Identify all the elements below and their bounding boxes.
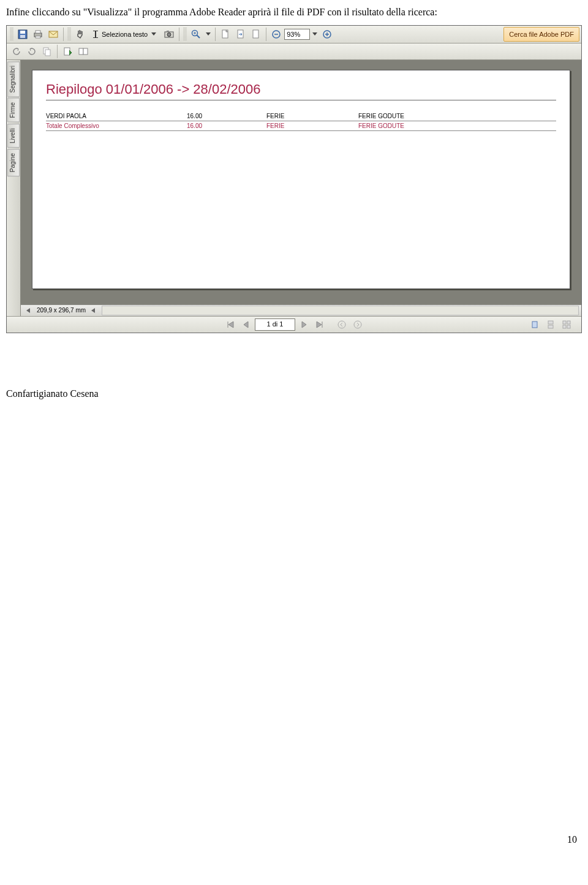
svg-rect-35 [563, 321, 566, 324]
email-icon[interactable] [46, 27, 61, 42]
cell-type: FERIE [266, 113, 358, 119]
search-button[interactable]: Cerca file Adobe PDF [503, 27, 579, 42]
svg-rect-33 [548, 321, 553, 324]
svg-rect-9 [93, 37, 98, 38]
document-area: Riepilogo 01/01/2006 -> 28/02/2006 VERDI… [21, 60, 581, 316]
side-tab-bookmarks[interactable]: Segnalibri [7, 61, 20, 97]
pdf-page: Riepilogo 01/01/2006 -> 28/02/2006 VERDI… [32, 70, 570, 289]
search-label: Cerca file Adobe PDF [509, 31, 574, 38]
cell-value: 16.00 [187, 122, 266, 129]
cell-value: 16.00 [187, 113, 266, 119]
svg-rect-38 [567, 325, 570, 328]
side-tabs: Segnalibri Firme Livelli Pagine [7, 60, 21, 316]
pages-icon[interactable] [76, 44, 91, 59]
page-next-icon[interactable] [61, 44, 75, 59]
toolbar-separator [179, 28, 179, 41]
cell-desc: FERIE GODUTE [358, 122, 556, 129]
doc-icon[interactable] [249, 27, 263, 42]
zoom-out-button[interactable] [269, 27, 284, 42]
table-row: VERDI PAOLA 16.00 FERIE FERIE GODUTE [46, 111, 556, 121]
intro-text: Infine cliccando su "Visualizza" il prog… [6, 6, 582, 19]
svg-rect-4 [36, 31, 40, 33]
page-dimensions: 209,9 x 296,7 mm [37, 307, 86, 314]
cell-name: Totale Complessivo [46, 122, 187, 129]
zoom-in-button[interactable] [320, 27, 334, 42]
svg-rect-32 [532, 322, 537, 328]
svg-rect-37 [563, 325, 566, 328]
toolbar-grip [67, 28, 71, 41]
redo-icon[interactable] [24, 44, 39, 59]
print-icon[interactable] [31, 27, 45, 42]
zoom-in-icon[interactable] [189, 27, 203, 42]
continuous-view-icon[interactable] [543, 317, 558, 332]
toolbar-secondary [7, 43, 581, 60]
svg-rect-36 [567, 321, 570, 324]
hand-tool-icon[interactable] [73, 27, 88, 42]
side-tab-levels[interactable]: Livelli [7, 124, 20, 148]
toolbar-separator [57, 45, 58, 58]
svg-rect-34 [548, 325, 553, 328]
cell-name: VERDI PAOLA [46, 113, 187, 119]
select-text-tool[interactable]: Seleziona testo [88, 27, 161, 42]
toolbar-separator [63, 28, 64, 41]
toolbar-separator [266, 28, 266, 41]
document-inner: Riepilogo 01/01/2006 -> 28/02/2006 VERDI… [21, 60, 581, 304]
svg-rect-8 [95, 31, 96, 38]
undo-icon[interactable] [9, 44, 24, 59]
svg-rect-28 [79, 48, 83, 55]
chevron-down-icon[interactable] [311, 28, 319, 41]
svg-rect-5 [36, 36, 40, 38]
svg-point-11 [167, 32, 171, 36]
single-page-view-icon[interactable] [527, 317, 542, 332]
chevron-down-icon[interactable] [149, 28, 158, 41]
svg-rect-27 [64, 48, 70, 55]
chevron-down-icon[interactable] [204, 28, 213, 41]
copy-icon[interactable] [40, 44, 55, 59]
doc-arrow-icon[interactable] [233, 27, 248, 42]
text-cursor-icon [91, 30, 100, 39]
facing-view-icon[interactable] [559, 317, 574, 332]
page-number-field[interactable]: 1 di 1 [255, 318, 295, 331]
scroll-left-icon[interactable] [23, 306, 34, 315]
table-row-total: Totale Complessivo 16.00 FERIE FERIE GOD… [46, 121, 556, 131]
snapshot-icon[interactable] [162, 27, 176, 42]
svg-rect-29 [83, 48, 88, 55]
svg-rect-12 [167, 31, 169, 32]
adobe-reader-window: Seleziona testo Cerca file Adobe PDF [6, 25, 582, 333]
zoom-input[interactable] [284, 29, 310, 40]
svg-point-30 [338, 321, 345, 328]
next-page-icon[interactable] [296, 317, 311, 332]
select-text-label: Seleziona testo [102, 31, 148, 38]
side-tab-signatures[interactable]: Firme [7, 98, 20, 122]
page-nav: 1 di 1 [7, 316, 581, 333]
hscrollbar[interactable] [102, 306, 579, 315]
scroll-left2-icon[interactable] [88, 306, 99, 315]
new-doc-icon[interactable] [218, 27, 233, 42]
cell-desc: FERIE GODUTE [358, 113, 556, 119]
status-bar: 209,9 x 296,7 mm [21, 304, 581, 316]
svg-rect-26 [45, 50, 50, 56]
svg-rect-19 [253, 30, 258, 38]
viewport: Segnalibri Firme Livelli Pagine Riepilog… [7, 60, 581, 316]
page-number: 10 [567, 834, 577, 845]
toolbar-grip [183, 28, 187, 41]
toolbar-main: Seleziona testo Cerca file Adobe PDF [7, 26, 581, 43]
nav-forward-icon[interactable] [350, 317, 365, 332]
svg-point-31 [354, 321, 361, 328]
svg-rect-2 [20, 35, 25, 38]
side-tab-pages[interactable]: Pagine [7, 149, 20, 176]
last-page-icon[interactable] [312, 317, 327, 332]
svg-line-14 [197, 35, 200, 38]
report-title: Riepilogo 01/01/2006 -> 28/02/2006 [46, 81, 556, 100]
save-icon[interactable] [15, 27, 30, 42]
svg-rect-1 [20, 31, 25, 34]
credit-text: Confartigianato Cesena [6, 388, 582, 399]
nav-back-icon[interactable] [334, 317, 349, 332]
toolbar-separator [215, 28, 216, 41]
cell-type: FERIE [266, 122, 358, 129]
prev-page-icon[interactable] [239, 317, 254, 332]
toolbar-grip [10, 28, 13, 41]
first-page-icon[interactable] [223, 317, 238, 332]
